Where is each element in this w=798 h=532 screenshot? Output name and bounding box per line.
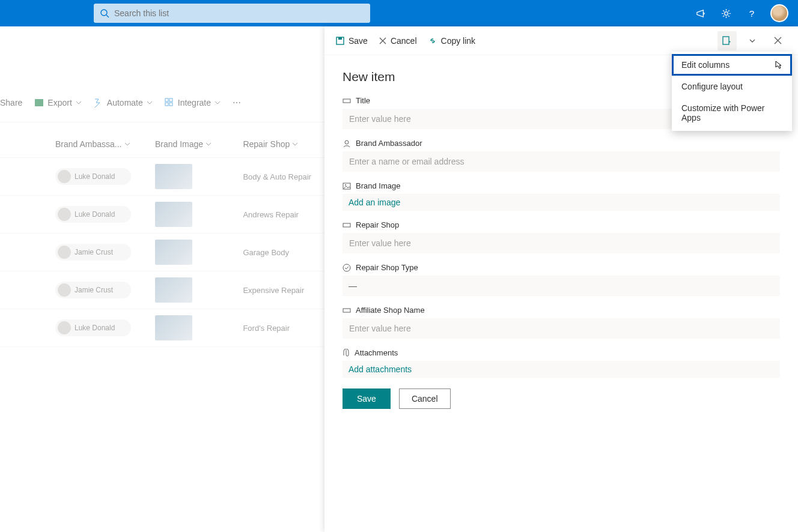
- avatar[interactable]: [770, 4, 788, 22]
- gear-icon[interactable]: [720, 7, 732, 19]
- text-icon: [343, 222, 351, 229]
- save-label: Save: [349, 36, 368, 46]
- table-row: Luke Donald Ford's Repair: [0, 309, 324, 347]
- save-button[interactable]: Save: [343, 388, 391, 409]
- image-icon: [343, 183, 351, 190]
- excel-icon: [34, 98, 44, 107]
- text-icon: [343, 97, 351, 104]
- svg-rect-4: [35, 99, 43, 106]
- table-row: Jamie Crust Garage Body: [0, 234, 324, 271]
- thumb-image: [155, 202, 192, 227]
- field-label: Brand Ambassador: [356, 139, 422, 148]
- repair-type-select[interactable]: —: [343, 276, 780, 296]
- copy-link-button[interactable]: Copy link: [428, 36, 476, 46]
- thumb-image: [155, 315, 192, 340]
- thumb-image: [155, 164, 192, 189]
- field-label: Repair Shop: [356, 220, 399, 229]
- table-row: Luke Donald Andrews Repair: [0, 196, 324, 234]
- chevron-down-icon: [749, 37, 756, 44]
- edit-form-icon: [722, 35, 733, 46]
- svg-point-0: [101, 10, 107, 16]
- customize-powerapps-menu-item[interactable]: Customize with Power Apps: [672, 97, 792, 128]
- export-button: Export: [34, 98, 81, 107]
- configure-layout-menu-item[interactable]: Configure layout: [672, 76, 792, 97]
- svg-rect-12: [343, 99, 350, 103]
- svg-point-17: [343, 264, 350, 271]
- grid-icon: [165, 98, 174, 107]
- search-icon: [100, 8, 109, 18]
- add-image-button[interactable]: Add an image: [343, 194, 780, 211]
- svg-rect-6: [169, 98, 172, 101]
- field-label: Attachments: [355, 348, 398, 357]
- svg-rect-16: [343, 223, 350, 227]
- link-icon: [428, 36, 437, 46]
- svg-text:?: ?: [749, 8, 754, 19]
- copy-link-label: Copy link: [441, 36, 476, 46]
- ambassador-input[interactable]: [343, 151, 780, 172]
- megaphone-icon[interactable]: [695, 7, 707, 19]
- svg-rect-11: [723, 37, 729, 44]
- customize-menu: Edit columns Configure layout Customize …: [672, 52, 792, 131]
- automate-button: Automate: [94, 98, 153, 107]
- list-header: Brand Ambassa... Brand Image Repair Shop: [0, 122, 324, 158]
- svg-rect-10: [338, 37, 342, 40]
- svg-rect-7: [165, 103, 168, 106]
- chevron-down-icon: [124, 141, 130, 147]
- cancel-button[interactable]: Cancel: [399, 388, 451, 409]
- table-row: Luke Donald Body & Auto Repair: [0, 158, 324, 196]
- chevron-down-icon: [292, 141, 298, 147]
- field-label: Repair Shop Type: [356, 263, 418, 272]
- text-icon: [343, 307, 351, 314]
- list-backdrop: Share Export Automate Integrate ⋯ Brand …: [0, 26, 324, 532]
- add-attachments-button[interactable]: Add attachments: [343, 361, 780, 378]
- close-panel-button[interactable]: [768, 31, 787, 50]
- field-label: Brand Image: [356, 181, 400, 190]
- repair-shop-input[interactable]: [343, 233, 780, 253]
- save-icon: [335, 36, 345, 46]
- chevron-down-icon: [215, 100, 221, 106]
- flow-icon: [94, 98, 103, 107]
- person-icon: [343, 139, 351, 148]
- thumb-image: [155, 240, 192, 265]
- svg-point-15: [345, 184, 346, 186]
- search-box[interactable]: [94, 4, 370, 23]
- share-button: Share: [0, 98, 22, 107]
- cursor-icon: [773, 60, 784, 72]
- edit-columns-menu-item[interactable]: Edit columns: [672, 54, 792, 76]
- svg-line-1: [106, 15, 109, 17]
- cancel-button[interactable]: Cancel: [379, 36, 417, 46]
- search-input[interactable]: [114, 8, 364, 18]
- thumb-image: [155, 277, 192, 303]
- integrate-button: Integrate: [165, 98, 221, 107]
- cancel-label: Cancel: [391, 36, 417, 46]
- more-icon: ⋯: [233, 98, 241, 107]
- svg-rect-8: [169, 103, 172, 106]
- chevron-down-icon: [147, 100, 153, 106]
- svg-rect-5: [165, 98, 168, 101]
- choice-icon: [343, 264, 351, 272]
- customize-form-button[interactable]: [717, 31, 737, 50]
- chevron-down-icon: [76, 100, 82, 106]
- customize-form-chevron[interactable]: [743, 31, 762, 50]
- field-label: Affiliate Shop Name: [356, 306, 425, 315]
- help-icon[interactable]: ?: [745, 7, 757, 19]
- suite-header: ?: [0, 0, 798, 26]
- attachment-icon: [343, 349, 350, 357]
- panel-command-bar: Save Cancel Copy link: [324, 26, 798, 55]
- svg-rect-18: [343, 309, 350, 312]
- sidebar-item-label: Share: [0, 98, 22, 107]
- chevron-down-icon: [206, 141, 212, 147]
- svg-point-13: [345, 141, 349, 144]
- affiliate-input[interactable]: [343, 318, 780, 339]
- close-icon: [773, 36, 782, 45]
- close-icon: [379, 37, 387, 45]
- field-label: Title: [356, 96, 370, 105]
- table-row: Jamie Crust Expensive Repair: [0, 271, 324, 309]
- svg-point-2: [724, 11, 728, 15]
- save-button[interactable]: Save: [335, 36, 368, 46]
